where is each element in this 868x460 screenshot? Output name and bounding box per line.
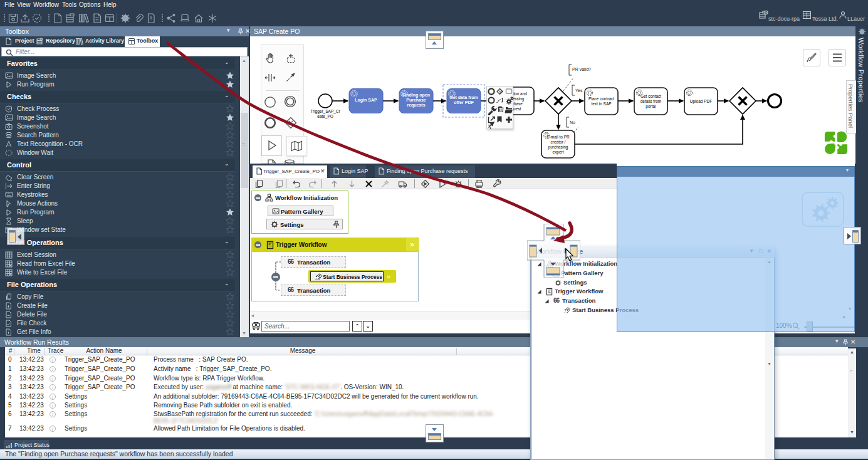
svg-text:PR valid?: PR valid?	[572, 67, 591, 71]
svg-text:requests: requests	[407, 103, 425, 108]
svg-text:creator /: creator /	[551, 140, 566, 144]
svg-text:Place contract: Place contract	[588, 97, 614, 101]
svg-text:Login SAP: Login SAP	[355, 98, 377, 103]
svg-text:offer PDF: offer PDF	[454, 100, 474, 105]
svg-text:Yes: Yes	[575, 88, 583, 93]
svg-text:purchasing: purchasing	[548, 145, 568, 150]
svg-text:portal: portal	[646, 104, 656, 109]
svg-text:E-mail to PR: E-mail to PR	[546, 135, 570, 139]
svg-text:No: No	[570, 120, 575, 125]
svg-text:expert: expert	[552, 150, 563, 155]
svg-text:text in SAP: text in SAP	[591, 102, 611, 106]
svg-text:Upload PDF: Upload PDF	[690, 99, 712, 104]
svg-text:Purchase: Purchase	[406, 98, 426, 102]
svg-text:details from: details from	[641, 99, 662, 103]
svg-text:Get data from: Get data from	[449, 95, 478, 100]
svg-text:Get contact: Get contact	[641, 94, 661, 98]
svg-text:Trigger_SAP_Cr: Trigger_SAP_Cr	[310, 109, 340, 114]
svg-text:Finding open: Finding open	[402, 93, 430, 98]
svg-text:eate_PO: eate_PO	[317, 114, 333, 119]
